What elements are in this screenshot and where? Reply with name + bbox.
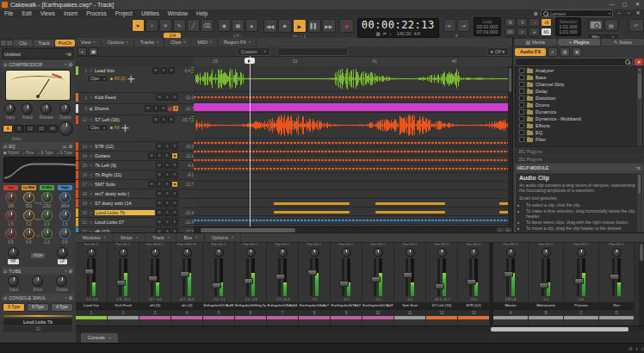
snap-magnet-icon[interactable]: ◉ [218, 19, 231, 32]
bus-strip[interactable]: Pan 0% C0.0PreviewC [564, 243, 599, 327]
eq-mode-e-type[interactable]: ○ E Type [38, 151, 53, 155]
search-input[interactable]: Lenses ▾ [541, 9, 613, 17]
trackview-menu-options[interactable]: Options▾ [102, 38, 134, 46]
volume-fader[interactable] [374, 258, 376, 296]
sync-icon[interactable]: ⇌ [383, 31, 387, 36]
fader-cap[interactable] [148, 276, 158, 282]
fader-cap[interactable] [403, 272, 412, 278]
m-button[interactable]: M [148, 152, 155, 159]
menu-insert[interactable]: Insert [59, 9, 82, 17]
strip-name[interactable]: Kick Feed [108, 302, 139, 309]
volume-fader[interactable] [469, 258, 472, 296]
clip-lane[interactable] [194, 164, 512, 173]
volume-fader[interactable] [542, 258, 544, 296]
clip-lane[interactable] [194, 216, 512, 225]
menu-utilities[interactable]: Utilities [137, 9, 164, 17]
audiosnap-icon[interactable]: ▲ [245, 19, 258, 32]
add-folder-button[interactable]: ▣ [89, 47, 98, 56]
fader-cap[interactable] [244, 278, 253, 284]
ratio-button-4[interactable]: 4 [3, 125, 13, 133]
mix-button-●[interactable]: ● [529, 18, 540, 27]
forward-button[interactable]: ▶▶ [322, 19, 336, 33]
strip-name[interactable]: Metronome [529, 302, 563, 309]
volume-fader[interactable] [612, 258, 615, 296]
track-filter-dropdown[interactable]: Custom ▾ [237, 47, 270, 56]
clips-dropdown[interactable]: Clips▾ [87, 75, 108, 83]
trackview-menu-tracks[interactable]: Tracks▾ [135, 38, 164, 46]
rewind-button[interactable]: ◀◀ [263, 19, 277, 33]
audio-clip-segment[interactable] [375, 202, 445, 205]
audio-clip-segment[interactable] [274, 211, 350, 214]
fader-cap[interactable] [307, 269, 317, 276]
gear-icon[interactable]: ⚙ [69, 269, 72, 274]
track-name[interactable]: Lead Vox [95, 68, 152, 73]
r-button[interactable]: R [171, 209, 178, 216]
audio-clip-segment[interactable] [375, 211, 445, 214]
track-row[interactable]: 1≈Lead VoxMSR-6.4Clips▾FX (2)+ [76, 66, 194, 93]
m-button[interactable]: M [156, 143, 163, 150]
pan-knob[interactable] [437, 248, 447, 257]
add-track-button[interactable]: + [77, 47, 87, 56]
r-button[interactable]: R [171, 162, 178, 169]
clip-lane[interactable] [194, 92, 512, 102]
menu-edit[interactable]: Edit [17, 9, 35, 17]
fader-cap[interactable] [276, 274, 285, 280]
draw-tool-button[interactable]: ╱ [187, 19, 200, 32]
volume-fader[interactable] [342, 258, 344, 296]
eq-band-button-high[interactable]: High [58, 185, 72, 190]
clip-lane[interactable] [194, 182, 512, 190]
takes-toggle[interactable]: ● Off ▾ [486, 47, 509, 56]
channel-strip[interactable]: Pan 0% C-13.2S7R (12)13 [458, 243, 490, 327]
pan-knob[interactable] [542, 248, 551, 257]
browser-tab-plugins[interactable]: ⌁Plugins [558, 39, 601, 46]
plugin-folder-item[interactable]: Dynamics [516, 108, 642, 115]
ratio-button-8[interactable]: 8 [14, 125, 24, 133]
track-name[interactable]: Kick Feed [95, 95, 155, 100]
eq-q-knob[interactable] [59, 228, 71, 239]
volume-fader[interactable] [278, 258, 281, 296]
clip-lane[interactable] [194, 102, 512, 113]
m-button[interactable]: M [156, 209, 163, 216]
channel-strip[interactable]: Pan 0% C-7.2Earthquke00bAz78 [299, 243, 331, 327]
pan-knob[interactable] [183, 248, 192, 257]
s-button[interactable]: S [160, 67, 167, 74]
folder-checkbox[interactable] [519, 137, 524, 142]
erase-tool-button[interactable]: ⌫ [201, 19, 214, 32]
eq-mode-hybrid[interactable]: ◼ Hybrid [3, 151, 19, 155]
folder-checkbox[interactable] [519, 102, 524, 108]
mix-button-fx[interactable]: FX [505, 28, 516, 36]
audio-clip-line[interactable] [194, 142, 512, 144]
folder-checkbox[interactable] [519, 96, 524, 101]
s-button[interactable]: S [164, 190, 170, 197]
plugin-folder-item[interactable]: Dynamics - Multiband [516, 115, 642, 122]
track-row[interactable]: 13≈S7R (12)MSR-15.9 [76, 142, 194, 152]
strip-name[interactable]: Erthquke00SAd44 [267, 302, 298, 309]
fader-cap[interactable] [574, 278, 584, 284]
clip-lane[interactable] [194, 190, 512, 199]
pan-knob[interactable] [612, 248, 622, 257]
instruments-icon[interactable]: ♬ [548, 47, 558, 57]
waveform-clip[interactable] [195, 68, 509, 90]
strip-name[interactable]: Earthquke00TAd7 [331, 302, 362, 309]
stop-button[interactable]: ■ [278, 19, 292, 33]
console-type-s[interactable]: S Type [3, 303, 25, 312]
track-row[interactable]: 21≈Loud Licks 07MSR-13.4 [76, 218, 194, 227]
ratio-button-20[interactable]: 20 [36, 125, 46, 133]
clip-lane[interactable] [194, 156, 512, 164]
m-button[interactable]: M [145, 105, 152, 112]
midi-fx-icon[interactable]: ▦ [560, 47, 570, 57]
hp-freq-knob[interactable] [8, 247, 19, 258]
tube-input-knob[interactable] [8, 276, 19, 287]
s-button[interactable]: S [164, 171, 170, 178]
edit-tool-button[interactable]: ✎ [173, 19, 186, 32]
pan-knob[interactable] [406, 248, 415, 257]
m-button[interactable]: M [152, 116, 159, 123]
strip-name[interactable]: Rev [599, 302, 634, 309]
s-button[interactable]: S [160, 116, 167, 123]
track-name[interactable]: Guitars [95, 153, 147, 158]
trackview-menu-region-fx[interactable]: Region FX▾ [219, 38, 257, 46]
channel-strip[interactable]: Pan 0% C-5.9 -12.1Kick Feed2 [108, 243, 139, 327]
folder-checkbox[interactable] [519, 130, 524, 135]
pan-knob[interactable] [246, 248, 256, 257]
r-button[interactable]: R [171, 171, 178, 178]
